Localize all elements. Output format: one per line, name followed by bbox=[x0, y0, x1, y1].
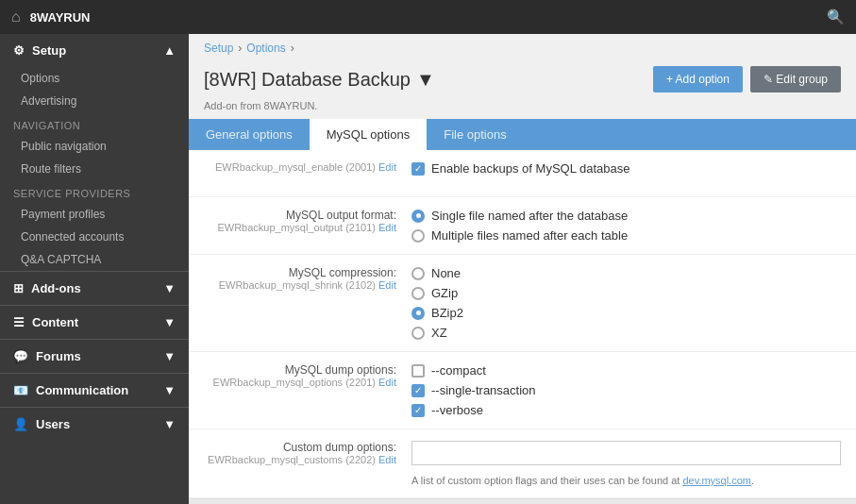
option-label-custom: Custom dump options: bbox=[204, 441, 396, 454]
dev-mysql-link[interactable]: dev.mysql.com bbox=[682, 475, 751, 486]
radio-bzip2-label: BZip2 bbox=[431, 306, 463, 320]
option-controls-dump: --compact --single-transaction --verbose bbox=[411, 363, 841, 417]
option-controls-compression: None GZip BZip2 XZ bbox=[411, 266, 841, 340]
tab-general[interactable]: General options bbox=[189, 119, 310, 150]
sidebar-item-payment[interactable]: Payment profiles bbox=[0, 203, 189, 226]
edit-link-dump[interactable]: Edit bbox=[378, 377, 396, 388]
communication-arrow: ▼ bbox=[163, 383, 176, 397]
option-label-compression: MySQL compression: bbox=[204, 266, 396, 279]
forums-label: Forums bbox=[36, 349, 81, 363]
home-icon[interactable]: ⌂ bbox=[11, 8, 21, 25]
addons-arrow: ▼ bbox=[163, 281, 176, 295]
option-row-compression: MySQL compression: EWRbackup_mysql_shrin… bbox=[189, 255, 856, 352]
sidebar-service-group: Service providers bbox=[0, 180, 189, 203]
title-dropdown-arrow[interactable]: ▼ bbox=[416, 69, 435, 91]
save-row: 💾 Save bbox=[189, 498, 856, 504]
option-row-enable: EWRbackup_mysql_enable (2001) Edit Enabl… bbox=[189, 150, 856, 197]
option-label-dump: MySQL dump options: bbox=[204, 363, 396, 377]
radio-single-file-circle bbox=[411, 210, 425, 223]
forums-icon: 💬 bbox=[13, 349, 28, 363]
option-row-custom: Custom dump options: EWRbackup_mysql_cus… bbox=[189, 429, 856, 498]
edit-link-compression[interactable]: Edit bbox=[378, 279, 396, 291]
brand-name: 8WAYRUN bbox=[30, 10, 91, 25]
setup-icon: ⚙ bbox=[13, 43, 25, 58]
tab-mysql[interactable]: MySQL options bbox=[310, 119, 427, 150]
option-code-custom: EWRbackup_mysql_customs (2202) Edit bbox=[204, 454, 396, 465]
checkbox-single-transaction-box bbox=[411, 384, 425, 397]
checkbox-enable-mysql-label: Enable backups of MySQL database bbox=[431, 161, 630, 176]
add-option-button[interactable]: + Add option bbox=[653, 66, 743, 92]
page-subtitle: Add-on from 8WAYRUN. bbox=[189, 100, 856, 119]
radio-multiple-files-circle bbox=[411, 229, 425, 243]
sidebar-addons-header[interactable]: ⊞ Add-ons ▼ bbox=[0, 271, 189, 305]
edit-link-output[interactable]: Edit bbox=[378, 222, 396, 233]
sidebar-item-qa[interactable]: Q&A CAPTCHA bbox=[0, 248, 189, 271]
checkbox-verbose-box bbox=[411, 404, 425, 417]
option-controls-enable: Enable backups of MySQL database bbox=[411, 161, 841, 176]
option-code-compression: EWRbackup_mysql_shrink (2102) Edit bbox=[204, 279, 396, 291]
sidebar-item-options[interactable]: Options bbox=[0, 67, 189, 90]
sidebar-content-header[interactable]: ☰ Content ▼ bbox=[0, 305, 189, 339]
sidebar-item-route-filters[interactable]: Route filters bbox=[0, 158, 189, 180]
sidebar-item-advertising[interactable]: Advertising bbox=[0, 90, 189, 112]
checkbox-verbose[interactable]: --verbose bbox=[411, 403, 841, 417]
option-controls-custom: A list of custom option flags and their … bbox=[411, 441, 841, 486]
content-label: Content bbox=[32, 315, 78, 329]
radio-multiple-files-label: Multiple files named after each table bbox=[431, 228, 628, 243]
addons-icon: ⊞ bbox=[13, 281, 24, 295]
page-title: [8WR] Database Backup bbox=[204, 69, 411, 91]
sidebar: ⚙ Setup ▲ Options Advertising Navigation… bbox=[0, 34, 189, 504]
checkbox-compact-label: --compact bbox=[431, 363, 486, 378]
radio-none-label: None bbox=[431, 266, 461, 280]
custom-dump-help: A list of custom option flags and their … bbox=[411, 475, 841, 486]
breadcrumb-sep1: › bbox=[238, 42, 242, 55]
radio-xz[interactable]: XZ bbox=[411, 326, 841, 340]
radio-gzip-circle bbox=[411, 287, 425, 300]
custom-dump-input[interactable] bbox=[411, 441, 841, 465]
breadcrumb: Setup › Options › bbox=[189, 34, 856, 62]
tab-file[interactable]: File options bbox=[427, 119, 523, 150]
sidebar-forums-header[interactable]: 💬 Forums ▼ bbox=[0, 339, 189, 373]
setup-arrow: ▲ bbox=[163, 43, 176, 58]
page-header: [8WR] Database Backup ▼ + Add option ✎ E… bbox=[189, 62, 856, 100]
sidebar-item-connected[interactable]: Connected accounts bbox=[0, 226, 189, 248]
sidebar-setup-header[interactable]: ⚙ Setup ▲ bbox=[0, 34, 189, 67]
users-icon: 👤 bbox=[13, 417, 28, 431]
tabs-bar: General options MySQL options File optio… bbox=[189, 119, 856, 150]
option-row-output: MySQL output format: EWRbackup_mysql_out… bbox=[189, 197, 856, 255]
radio-single-file-label: Single file named after the database bbox=[431, 209, 628, 223]
edit-group-button[interactable]: ✎ Edit group bbox=[750, 66, 841, 92]
checkbox-enable-mysql[interactable]: Enable backups of MySQL database bbox=[411, 161, 841, 176]
communication-label: Communication bbox=[36, 383, 128, 397]
option-row-dump: MySQL dump options: EWRbackup_mysql_opti… bbox=[189, 352, 856, 429]
option-code-output: EWRbackup_mysql_output (2101) Edit bbox=[204, 222, 396, 233]
radio-bzip2[interactable]: BZip2 bbox=[411, 306, 841, 320]
breadcrumb-setup[interactable]: Setup bbox=[204, 42, 233, 55]
radio-single-file[interactable]: Single file named after the database bbox=[411, 209, 841, 223]
option-controls-output: Single file named after the database Mul… bbox=[411, 209, 841, 243]
sidebar-item-public-nav[interactable]: Public navigation bbox=[0, 135, 189, 158]
users-label: Users bbox=[36, 417, 70, 431]
checkbox-single-transaction-label: --single-transaction bbox=[431, 383, 536, 397]
content-arrow: ▼ bbox=[163, 315, 176, 329]
sidebar-communication-header[interactable]: 📧 Communication ▼ bbox=[0, 373, 189, 407]
radio-multiple-files[interactable]: Multiple files named after each table bbox=[411, 228, 841, 243]
breadcrumb-options[interactable]: Options bbox=[246, 42, 285, 55]
radio-gzip[interactable]: GZip bbox=[411, 286, 841, 300]
sidebar-users-header[interactable]: 👤 Users ▼ bbox=[0, 407, 189, 441]
radio-none-circle bbox=[411, 267, 425, 280]
setup-label: Setup bbox=[32, 43, 66, 58]
content-icon: ☰ bbox=[13, 315, 25, 329]
edit-link-custom[interactable]: Edit bbox=[378, 454, 396, 465]
checkbox-compact[interactable]: --compact bbox=[411, 363, 841, 378]
search-icon[interactable]: 🔍 bbox=[827, 8, 845, 25]
option-code-enable: EWRbackup_mysql_enable (2001) Edit bbox=[204, 161, 396, 173]
radio-gzip-label: GZip bbox=[431, 286, 458, 300]
option-label-output: MySQL output format: bbox=[204, 209, 396, 222]
checkbox-single-transaction[interactable]: --single-transaction bbox=[411, 383, 841, 397]
forums-arrow: ▼ bbox=[163, 349, 176, 363]
radio-none[interactable]: None bbox=[411, 266, 841, 280]
edit-link-enable[interactable]: Edit bbox=[378, 161, 396, 173]
checkbox-verbose-label: --verbose bbox=[431, 403, 483, 417]
checkbox-compact-box bbox=[411, 364, 425, 378]
